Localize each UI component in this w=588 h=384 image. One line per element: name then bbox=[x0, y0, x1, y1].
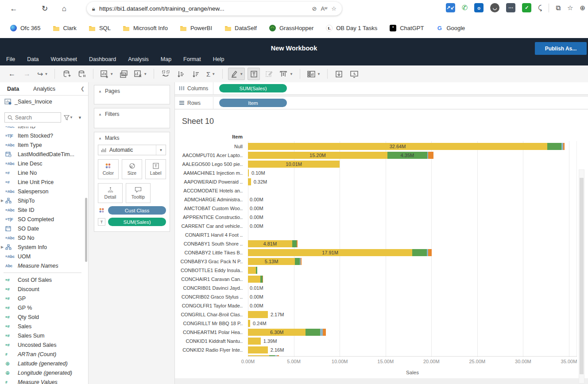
bar-segment-yellow[interactable] bbox=[248, 320, 250, 327]
field-line-unit-price[interactable]: =#Line Unit Price bbox=[0, 177, 85, 187]
datasource-item[interactable]: _Sales_Invoice bbox=[0, 96, 88, 108]
bookmark-google[interactable]: GGoogle bbox=[436, 25, 465, 31]
bar-segment-green[interactable] bbox=[256, 267, 257, 274]
chart-scrollbar[interactable] bbox=[579, 169, 584, 384]
field-item-id[interactable]: =AbcItem ID bbox=[0, 127, 85, 131]
item-row-label[interactable]: CONGRILLT Mr BBQ 18 P.. bbox=[175, 319, 243, 328]
bar-segment-green[interactable] bbox=[306, 329, 320, 336]
item-row-label[interactable]: ADMCHARGE Administra.. bbox=[175, 195, 243, 204]
browser-essentials-icon[interactable]: ⊕ bbox=[580, 4, 585, 12]
new-worksheet-icon[interactable]: ▼ bbox=[99, 68, 115, 80]
field-qty-sold[interactable]: =#Qty Sold bbox=[0, 312, 85, 322]
read-aloud-icon[interactable]: Aʷ bbox=[321, 5, 327, 12]
bookmark-powerbi[interactable]: PowerBI bbox=[180, 25, 212, 31]
new-datasource-icon[interactable] bbox=[60, 68, 73, 80]
menu-map[interactable]: Map bbox=[161, 56, 171, 62]
item-row-label[interactable]: CONKID1 Kiddraft Nantu.. bbox=[175, 337, 243, 346]
undo-button[interactable]: ← bbox=[6, 68, 18, 80]
highlight-icon[interactable]: ▼ bbox=[228, 68, 245, 80]
bookmark-sql[interactable]: SQL bbox=[89, 25, 111, 31]
bar-segment-yellow[interactable] bbox=[248, 311, 268, 318]
field-uncosted-sales[interactable]: =#Uncosted Sales bbox=[0, 340, 85, 349]
item-row-label[interactable]: CONCRIB02 Graco Stylus .. bbox=[175, 292, 243, 301]
columns-shelf[interactable]: Columns SUM(Sales) bbox=[175, 82, 588, 95]
collapse-chevron-icon[interactable]: ▲ bbox=[98, 136, 102, 140]
field-sales-sum[interactable]: =#Sales Sum bbox=[0, 331, 85, 340]
download-icon[interactable] bbox=[333, 68, 345, 80]
show-me-icon[interactable]: ▼ bbox=[306, 68, 322, 80]
bar-segment-yellow[interactable] bbox=[248, 346, 268, 353]
url-text[interactable]: https://bi1.dataself.com/t/training_oran… bbox=[99, 5, 308, 12]
color-button[interactable]: Color bbox=[98, 159, 119, 179]
bar-segment-orange[interactable] bbox=[563, 143, 565, 150]
field-so-completed[interactable]: =T|FSO Completed bbox=[0, 215, 85, 224]
field-sales[interactable]: =#Sales bbox=[0, 322, 85, 331]
mark-type-dropdown[interactable]: Automatic ▼ bbox=[98, 145, 166, 155]
zoom-out-icon[interactable]: ⊘ bbox=[312, 5, 317, 12]
duplicate-sheet-icon[interactable] bbox=[117, 68, 130, 80]
bookmark-ofc-365[interactable]: Ofc 365 bbox=[10, 25, 41, 31]
refresh-icon[interactable]: ↻ bbox=[39, 4, 50, 14]
field-gp[interactable]: =#GP bbox=[0, 294, 85, 303]
expand-chevron-icon[interactable]: ▶ bbox=[1, 199, 4, 203]
bar-segment-green[interactable] bbox=[295, 258, 299, 265]
back-icon[interactable]: ← bbox=[8, 4, 19, 14]
field-gp-[interactable]: =#GP % bbox=[0, 303, 85, 312]
field-measure-names[interactable]: AbcMeasure Names bbox=[0, 261, 85, 270]
item-row-label[interactable]: CONBABY3 Grac Pack N P.. bbox=[175, 257, 243, 266]
item-row-label[interactable]: APPRENTICE Constructio.. bbox=[175, 213, 243, 222]
bookmark-dataself[interactable]: DataSelf bbox=[224, 25, 257, 31]
field-so-date[interactable]: =SO Date bbox=[0, 224, 85, 233]
replay-button[interactable]: ↪▼ bbox=[36, 68, 49, 80]
item-row-label[interactable]: CONCRIB01 Davinci Jayd.. bbox=[175, 284, 243, 292]
swap-rows-columns-icon[interactable] bbox=[159, 68, 172, 80]
item-row-label[interactable]: CONGRILL Char-Broil Clas.. bbox=[175, 310, 243, 319]
favorites-list-icon[interactable]: ☆ bbox=[567, 4, 573, 12]
tab-analytics[interactable]: Analytics bbox=[26, 82, 62, 95]
favorite-star-icon[interactable]: ☆ bbox=[331, 5, 337, 12]
item-row-label[interactable]: CONHEARTM1 Polar Hea.. bbox=[175, 328, 243, 337]
item-row-label[interactable]: AMCTOBAT Custom Woo.. bbox=[175, 204, 243, 213]
pane-options-caret-icon[interactable]: ▼ bbox=[78, 115, 85, 120]
row-field-header[interactable]: Item bbox=[175, 134, 243, 139]
publish-as-button[interactable]: Publish As... bbox=[535, 42, 587, 55]
home-icon[interactable]: ⌂ bbox=[58, 4, 70, 14]
presentation-mode-icon[interactable] bbox=[348, 68, 360, 80]
item-row-label[interactable] bbox=[175, 354, 243, 356]
field-cost-of-sales[interactable]: =#Cost Of Sales bbox=[0, 275, 85, 284]
bookmark-chatgpt[interactable]: *ChatGPT bbox=[389, 25, 424, 31]
fit-selector-icon[interactable]: ▼ bbox=[278, 68, 294, 80]
copilot-extension-icon[interactable]: ◡ bbox=[490, 3, 499, 12]
bar-segment-yellow[interactable] bbox=[248, 338, 261, 345]
bar-segment-yellow[interactable] bbox=[248, 169, 249, 177]
bookmark-grasshopper[interactable]: ◠GrassHopper bbox=[269, 25, 313, 31]
bar-segment-green[interactable]: 4.35M bbox=[387, 152, 427, 159]
field-artran-count-[interactable]: #ARTran (Count) bbox=[0, 349, 85, 359]
redo-button[interactable]: → bbox=[21, 68, 33, 80]
item-row-label[interactable]: CONKID2 Radio Flyer Inte.. bbox=[175, 346, 243, 354]
collapse-chevron-icon[interactable]: ▲ bbox=[98, 112, 102, 116]
search-input-wrap[interactable] bbox=[4, 112, 61, 123]
field-lastmodifieddatetim-[interactable]: LastModifiedDateTim... bbox=[0, 150, 85, 159]
search-input[interactable] bbox=[15, 115, 55, 121]
marks-pill-sum-sales[interactable]: SUM(Sales) bbox=[108, 218, 166, 226]
show-mark-labels-icon[interactable] bbox=[248, 68, 260, 80]
bar-segment-green[interactable] bbox=[292, 240, 297, 247]
field-item-stocked-[interactable]: =T|FItem Stocked? bbox=[0, 131, 85, 140]
bar-segment-green[interactable] bbox=[412, 249, 427, 256]
field-site-id[interactable]: =AbcSite ID bbox=[0, 205, 85, 215]
item-row-label[interactable]: CONBABY2 Little Tikes B.. bbox=[175, 248, 243, 257]
bookmark-ob-day-1-tasks[interactable]: t.OB Day 1 Tasks bbox=[325, 25, 377, 31]
field-discount[interactable]: =#Discount bbox=[0, 284, 85, 294]
filter-funnel-icon[interactable]: ▼ bbox=[64, 115, 73, 120]
columns-pill-sum-sales[interactable]: SUM(Sales) bbox=[219, 84, 287, 92]
menu-dashboard[interactable]: Dashboard bbox=[89, 56, 116, 62]
bar-segment-orange[interactable] bbox=[428, 249, 432, 256]
label-button[interactable]: Label bbox=[145, 159, 166, 179]
item-row-label[interactable]: AALEGO500 Lego 500 pie.. bbox=[175, 160, 243, 169]
clear-sheet-icon[interactable]: ▼ bbox=[132, 68, 148, 80]
bar-segment-orange[interactable] bbox=[297, 240, 298, 247]
bookmark-microsoft-info[interactable]: Microsoft Info bbox=[123, 25, 168, 31]
item-row-label[interactable]: AACOMPUT01 Acer Lapto.. bbox=[175, 151, 243, 160]
checkmark-extension-icon[interactable]: ✓ bbox=[522, 3, 531, 12]
